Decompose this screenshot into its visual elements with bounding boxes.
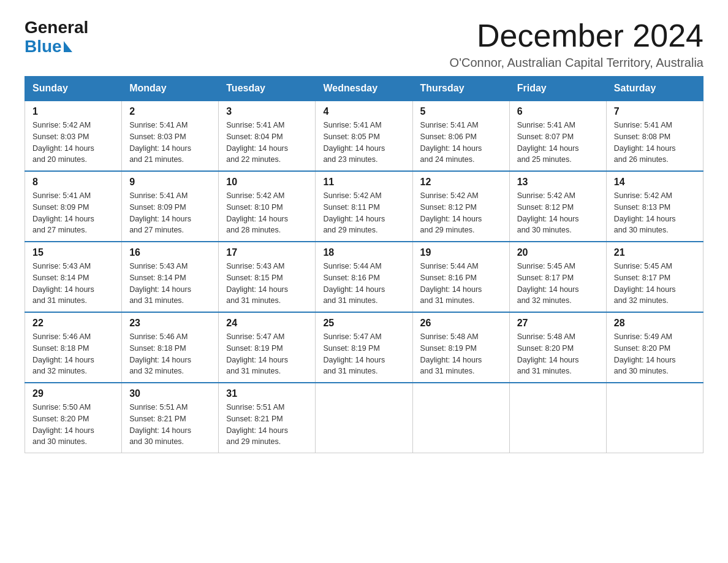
day-number: 5 (420, 106, 502, 117)
calendar-cell: 18 Sunrise: 5:44 AMSunset: 8:16 PMDaylig… (316, 242, 412, 312)
day-info: Sunrise: 5:49 AMSunset: 8:20 PMDaylight:… (614, 332, 676, 375)
day-number: 3 (226, 106, 308, 117)
calendar-table: SundayMondayTuesdayWednesdayThursdayFrid… (25, 76, 703, 453)
day-number: 21 (614, 247, 696, 258)
calendar-cell: 20 Sunrise: 5:45 AMSunset: 8:17 PMDaylig… (509, 242, 606, 312)
day-number: 16 (129, 247, 211, 258)
calendar-cell: 10 Sunrise: 5:42 AMSunset: 8:10 PMDaylig… (219, 171, 316, 242)
day-number: 17 (226, 247, 308, 258)
calendar-cell: 2 Sunrise: 5:41 AMSunset: 8:03 PMDayligh… (122, 101, 219, 171)
calendar-cell: 15 Sunrise: 5:43 AMSunset: 8:14 PMDaylig… (25, 242, 122, 312)
calendar-cell: 12 Sunrise: 5:42 AMSunset: 8:12 PMDaylig… (412, 171, 509, 242)
day-number: 30 (129, 388, 211, 399)
calendar-cell: 25 Sunrise: 5:47 AMSunset: 8:19 PMDaylig… (316, 312, 412, 383)
day-info: Sunrise: 5:45 AMSunset: 8:17 PMDaylight:… (517, 262, 579, 305)
day-number: 4 (323, 106, 404, 117)
day-number: 10 (226, 177, 308, 188)
day-number: 18 (323, 247, 404, 258)
calendar-cell: 29 Sunrise: 5:50 AMSunset: 8:20 PMDaylig… (25, 383, 122, 453)
calendar-week-row: 8 Sunrise: 5:41 AMSunset: 8:09 PMDayligh… (25, 171, 703, 242)
day-number: 31 (226, 388, 308, 399)
day-info: Sunrise: 5:41 AMSunset: 8:03 PMDaylight:… (129, 121, 191, 164)
calendar-cell: 1 Sunrise: 5:42 AMSunset: 8:03 PMDayligh… (25, 101, 122, 171)
day-info: Sunrise: 5:48 AMSunset: 8:19 PMDaylight:… (420, 332, 482, 375)
logo: General Blue (25, 18, 88, 56)
month-title: December 2024 (450, 18, 703, 53)
calendar-header-sunday: Sunday (25, 77, 122, 101)
day-number: 14 (614, 177, 696, 188)
calendar-cell: 6 Sunrise: 5:41 AMSunset: 8:07 PMDayligh… (509, 101, 606, 171)
day-number: 13 (517, 177, 599, 188)
calendar-cell: 7 Sunrise: 5:41 AMSunset: 8:08 PMDayligh… (606, 101, 703, 171)
day-number: 29 (32, 388, 114, 399)
day-info: Sunrise: 5:50 AMSunset: 8:20 PMDaylight:… (32, 403, 94, 446)
calendar-header-friday: Friday (509, 77, 606, 101)
day-info: Sunrise: 5:41 AMSunset: 8:05 PMDaylight:… (323, 121, 385, 164)
calendar-cell: 23 Sunrise: 5:46 AMSunset: 8:18 PMDaylig… (122, 312, 219, 383)
title-block: December 2024 O'Connor, Australian Capit… (450, 18, 703, 70)
calendar-cell: 11 Sunrise: 5:42 AMSunset: 8:11 PMDaylig… (316, 171, 412, 242)
calendar-cell: 30 Sunrise: 5:51 AMSunset: 8:21 PMDaylig… (122, 383, 219, 453)
calendar-cell: 19 Sunrise: 5:44 AMSunset: 8:16 PMDaylig… (412, 242, 509, 312)
day-info: Sunrise: 5:42 AMSunset: 8:03 PMDaylight:… (32, 121, 94, 164)
calendar-cell: 21 Sunrise: 5:45 AMSunset: 8:17 PMDaylig… (606, 242, 703, 312)
day-info: Sunrise: 5:43 AMSunset: 8:14 PMDaylight:… (129, 262, 191, 305)
day-number: 19 (420, 247, 502, 258)
day-number: 7 (614, 106, 696, 117)
day-info: Sunrise: 5:41 AMSunset: 8:06 PMDaylight:… (420, 121, 482, 164)
calendar-header-row: SundayMondayTuesdayWednesdayThursdayFrid… (25, 77, 703, 101)
calendar-header-wednesday: Wednesday (316, 77, 412, 101)
day-number: 8 (32, 177, 114, 188)
calendar-cell (606, 383, 703, 453)
day-info: Sunrise: 5:47 AMSunset: 8:19 PMDaylight:… (323, 332, 385, 375)
day-number: 28 (614, 318, 696, 329)
day-number: 2 (129, 106, 211, 117)
day-number: 22 (32, 318, 114, 329)
day-info: Sunrise: 5:44 AMSunset: 8:16 PMDaylight:… (323, 262, 385, 305)
page-header: General Blue December 2024 O'Connor, Aus… (25, 18, 703, 70)
day-number: 20 (517, 247, 599, 258)
day-number: 12 (420, 177, 502, 188)
calendar-cell (509, 383, 606, 453)
calendar-week-row: 22 Sunrise: 5:46 AMSunset: 8:18 PMDaylig… (25, 312, 703, 383)
day-info: Sunrise: 5:42 AMSunset: 8:13 PMDaylight:… (614, 191, 676, 234)
calendar-header-tuesday: Tuesday (219, 77, 316, 101)
day-info: Sunrise: 5:51 AMSunset: 8:21 PMDaylight:… (129, 403, 191, 446)
calendar-cell: 8 Sunrise: 5:41 AMSunset: 8:09 PMDayligh… (25, 171, 122, 242)
calendar-cell (412, 383, 509, 453)
day-info: Sunrise: 5:41 AMSunset: 8:08 PMDaylight:… (614, 121, 676, 164)
day-info: Sunrise: 5:46 AMSunset: 8:18 PMDaylight:… (129, 332, 191, 375)
calendar-header-thursday: Thursday (412, 77, 509, 101)
day-info: Sunrise: 5:43 AMSunset: 8:15 PMDaylight:… (226, 262, 288, 305)
location-title: O'Connor, Australian Capital Territory, … (450, 56, 703, 70)
day-info: Sunrise: 5:41 AMSunset: 8:07 PMDaylight:… (517, 121, 579, 164)
calendar-header-monday: Monday (122, 77, 219, 101)
day-info: Sunrise: 5:44 AMSunset: 8:16 PMDaylight:… (420, 262, 482, 305)
day-number: 15 (32, 247, 114, 258)
day-info: Sunrise: 5:41 AMSunset: 8:04 PMDaylight:… (226, 121, 288, 164)
day-info: Sunrise: 5:51 AMSunset: 8:21 PMDaylight:… (226, 403, 288, 446)
day-info: Sunrise: 5:45 AMSunset: 8:17 PMDaylight:… (614, 262, 676, 305)
calendar-week-row: 15 Sunrise: 5:43 AMSunset: 8:14 PMDaylig… (25, 242, 703, 312)
calendar-header-saturday: Saturday (606, 77, 703, 101)
day-number: 27 (517, 318, 599, 329)
logo-arrow-icon (64, 41, 72, 52)
day-info: Sunrise: 5:42 AMSunset: 8:10 PMDaylight:… (226, 191, 288, 234)
day-info: Sunrise: 5:42 AMSunset: 8:11 PMDaylight:… (323, 191, 385, 234)
day-info: Sunrise: 5:42 AMSunset: 8:12 PMDaylight:… (517, 191, 579, 234)
logo-general-text: General (25, 18, 88, 37)
calendar-cell: 24 Sunrise: 5:47 AMSunset: 8:19 PMDaylig… (219, 312, 316, 383)
day-info: Sunrise: 5:42 AMSunset: 8:12 PMDaylight:… (420, 191, 482, 234)
calendar-cell (316, 383, 412, 453)
calendar-cell: 26 Sunrise: 5:48 AMSunset: 8:19 PMDaylig… (412, 312, 509, 383)
calendar-cell: 3 Sunrise: 5:41 AMSunset: 8:04 PMDayligh… (219, 101, 316, 171)
day-number: 9 (129, 177, 211, 188)
calendar-cell: 31 Sunrise: 5:51 AMSunset: 8:21 PMDaylig… (219, 383, 316, 453)
day-info: Sunrise: 5:48 AMSunset: 8:20 PMDaylight:… (517, 332, 579, 375)
calendar-cell: 13 Sunrise: 5:42 AMSunset: 8:12 PMDaylig… (509, 171, 606, 242)
day-info: Sunrise: 5:41 AMSunset: 8:09 PMDaylight:… (32, 191, 94, 234)
calendar-cell: 27 Sunrise: 5:48 AMSunset: 8:20 PMDaylig… (509, 312, 606, 383)
day-number: 25 (323, 318, 404, 329)
day-number: 24 (226, 318, 308, 329)
calendar-cell: 16 Sunrise: 5:43 AMSunset: 8:14 PMDaylig… (122, 242, 219, 312)
